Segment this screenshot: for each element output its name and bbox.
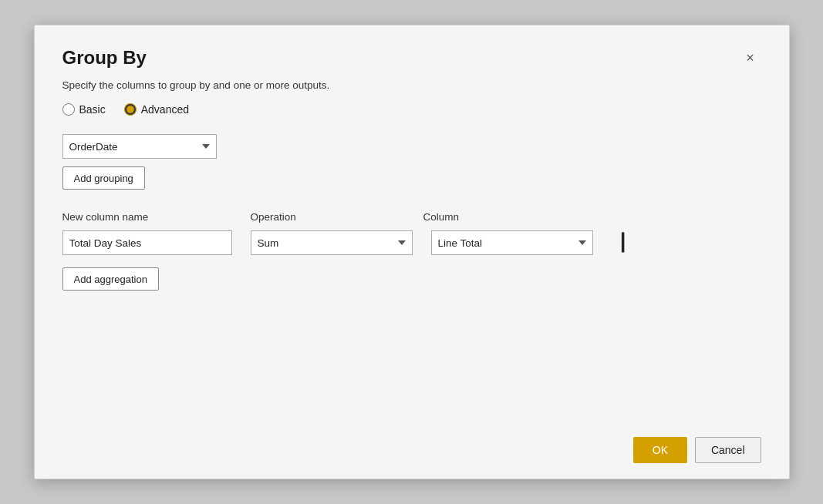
column-header: Column [423, 211, 593, 223]
group-by-dialog: Group By × Specify the columns to group … [34, 25, 790, 479]
radio-basic[interactable] [62, 103, 75, 116]
aggregation-row: Sum Average Min Max Count Count Distinct… [62, 230, 761, 255]
radio-advanced-text: Advanced [141, 103, 189, 116]
dialog-footer: OK Cancel [35, 422, 789, 479]
operation-header: Operation [251, 211, 405, 223]
radio-advanced[interactable] [124, 103, 137, 116]
ok-button[interactable]: OK [633, 437, 687, 463]
subtitle-text: Specify the columns to group by and one … [62, 79, 761, 91]
grouping-dropdown[interactable]: OrderDate SalesOrderID CustomerID Produc… [62, 134, 217, 159]
add-aggregation-button[interactable]: Add aggregation [62, 267, 159, 291]
cancel-button[interactable]: Cancel [695, 437, 761, 463]
aggregation-headers: New column name Operation Column [62, 211, 761, 223]
new-column-header: New column name [62, 211, 232, 223]
grouping-section: OrderDate SalesOrderID CustomerID Produc… [62, 134, 761, 190]
radio-basic-text: Basic [79, 103, 106, 116]
dialog-header: Group By × [35, 25, 789, 69]
dialog-body: Specify the columns to group by and one … [35, 69, 789, 422]
column-dropdown[interactable]: Line Total OrderDate SalesOrderID SubTot… [431, 230, 593, 255]
new-column-input[interactable] [62, 230, 232, 255]
operation-dropdown[interactable]: Sum Average Min Max Count Count Distinct [251, 230, 413, 255]
aggregation-section: New column name Operation Column Sum Ave… [62, 211, 761, 291]
dialog-title: Group By [62, 47, 147, 69]
text-cursor-icon: ┃ [618, 234, 628, 251]
add-grouping-button[interactable]: Add grouping [62, 166, 145, 190]
radio-group: Basic Advanced [62, 103, 761, 116]
close-button[interactable]: × [740, 47, 761, 69]
radio-basic-label[interactable]: Basic [62, 103, 106, 116]
radio-advanced-label[interactable]: Advanced [124, 103, 189, 116]
